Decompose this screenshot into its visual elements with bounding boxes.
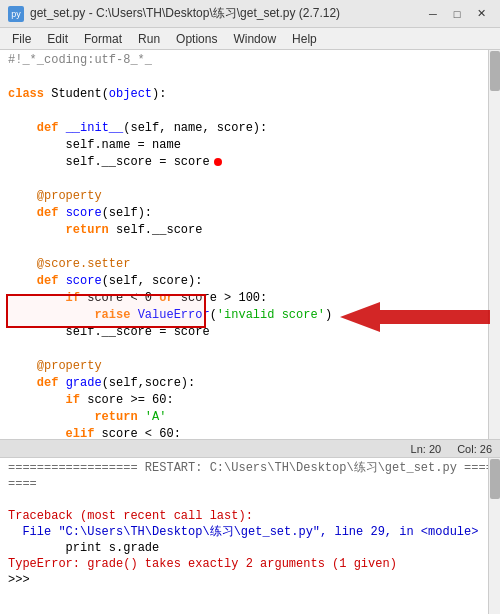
- code-line-8: [8, 171, 492, 188]
- editor-line-number: Ln: 20: [411, 443, 442, 455]
- console-separator2: ====: [8, 476, 492, 492]
- console-content: ================== RESTART: C:\Users\TH\…: [0, 458, 500, 590]
- code-line-10: def score(self):: [8, 205, 492, 222]
- console-traceback: Traceback (most recent call last):: [8, 508, 492, 524]
- code-line-21: if score >= 60:: [8, 392, 492, 409]
- editor-scrollbar[interactable]: [488, 50, 500, 439]
- code-line-12: [8, 239, 492, 256]
- editor-container[interactable]: #!_*_coding:utf-8_*_ class Student(objec…: [0, 50, 500, 440]
- menu-bar: File Edit Format Run Options Window Help: [0, 28, 500, 50]
- code-line-22: return 'A': [8, 409, 492, 426]
- code-line-5: def __init__(self, name, score):: [8, 120, 492, 137]
- code-line-3: class Student(object):: [8, 86, 492, 103]
- code-line-2: [8, 69, 492, 86]
- title-bar: py get_set.py - C:\Users\TH\Desktop\练习\g…: [0, 0, 500, 28]
- code-line-6: self.name = name: [8, 137, 492, 154]
- menu-window[interactable]: Window: [225, 30, 284, 48]
- window-title: get_set.py - C:\Users\TH\Desktop\练习\get_…: [30, 5, 340, 22]
- code-line-19: @property: [8, 358, 492, 375]
- code-line-9: @property: [8, 188, 492, 205]
- code-line-16: raise ValueError('invalid score'): [8, 307, 492, 324]
- console-error-line: TypeError: grade() takes exactly 2 argum…: [8, 556, 492, 572]
- maximize-button[interactable]: □: [446, 5, 468, 23]
- console-prompt: >>>: [8, 572, 492, 588]
- console-container[interactable]: ================== RESTART: C:\Users\TH\…: [0, 458, 500, 614]
- menu-file[interactable]: File: [4, 30, 39, 48]
- editor-col-number: Col: 26: [457, 443, 492, 455]
- code-line-15: if score < 0 or score > 100:: [8, 290, 492, 307]
- title-bar-left: py get_set.py - C:\Users\TH\Desktop\练习\g…: [8, 5, 340, 22]
- menu-edit[interactable]: Edit: [39, 30, 76, 48]
- code-line-18: [8, 341, 492, 358]
- minimize-button[interactable]: ─: [422, 5, 444, 23]
- code-line-23: elif score < 60:: [8, 426, 492, 439]
- console-print-line: print s.grade: [8, 540, 492, 556]
- editor-scrollbar-thumb[interactable]: [490, 51, 500, 91]
- code-line-20: def grade(self,socre):: [8, 375, 492, 392]
- editor-status-bar: Ln: 20 Col: 26: [0, 440, 500, 458]
- console-scrollbar[interactable]: [488, 458, 500, 614]
- code-line-4: [8, 103, 492, 120]
- menu-run[interactable]: Run: [130, 30, 168, 48]
- code-line-1: #!_*_coding:utf-8_*_: [8, 52, 492, 69]
- console-file-line: File "C:\Users\TH\Desktop\练习\get_set.py"…: [8, 524, 492, 540]
- code-line-7: self.__score = score: [8, 154, 492, 171]
- editor-content[interactable]: #!_*_coding:utf-8_*_ class Student(objec…: [0, 50, 500, 439]
- close-button[interactable]: ✕: [470, 5, 492, 23]
- console-blank: [8, 492, 492, 508]
- menu-help[interactable]: Help: [284, 30, 325, 48]
- menu-options[interactable]: Options: [168, 30, 225, 48]
- code-line-13: @score.setter: [8, 256, 492, 273]
- menu-format[interactable]: Format: [76, 30, 130, 48]
- code-line-14: def score(self, score):: [8, 273, 492, 290]
- window-controls: ─ □ ✕: [422, 5, 492, 23]
- code-line-17: self.__score = score: [8, 324, 492, 341]
- console-scrollbar-thumb[interactable]: [490, 459, 500, 499]
- code-line-11: return self.__score: [8, 222, 492, 239]
- console-separator: ================== RESTART: C:\Users\TH\…: [8, 460, 492, 476]
- app-icon: py: [8, 6, 24, 22]
